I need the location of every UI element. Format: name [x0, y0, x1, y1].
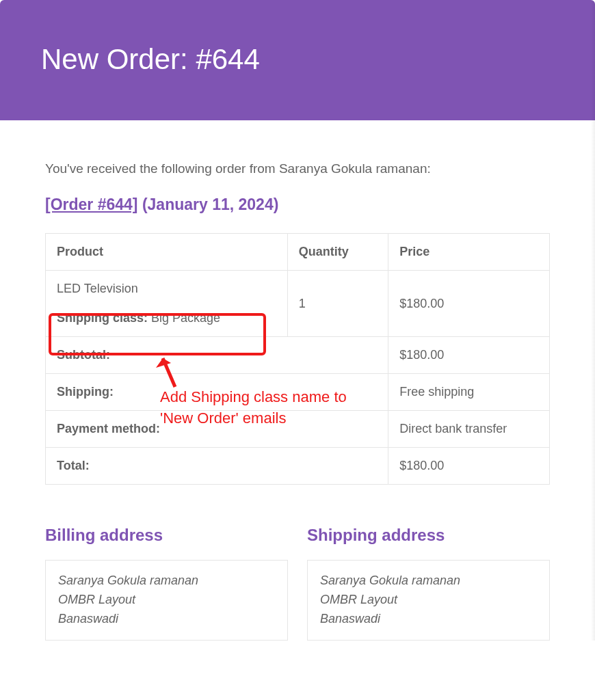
payment-label: Payment method: — [46, 411, 388, 448]
shipping-class-value: Big Package — [151, 311, 220, 325]
order-heading: [Order #644] (January 11, 2024) — [45, 196, 550, 214]
payment-value: Direct bank transfer — [388, 411, 550, 448]
col-price: Price — [388, 234, 550, 271]
shipping-class-row: Shipping class: Big Package — [57, 311, 276, 325]
shipping-line1: Saranya Gokula ramanan — [320, 571, 537, 591]
billing-line1: Saranya Gokula ramanan — [58, 571, 275, 591]
shipping-class-label: Shipping class: — [57, 311, 148, 325]
total-value: $180.00 — [388, 448, 550, 485]
order-link[interactable]: [Order #644] — [45, 196, 138, 213]
shipping-column: Shipping address Saranya Gokula ramanan … — [307, 526, 550, 641]
email-header: New Order: #644 — [0, 0, 595, 120]
table-row: LED Television Shipping class: Big Packa… — [46, 271, 550, 337]
table-header-row: Product Quantity Price — [46, 234, 550, 271]
shipping-row: Shipping: Free shipping — [46, 374, 550, 411]
shipping-label: Shipping: — [46, 374, 388, 411]
email-title: New Order: #644 — [41, 43, 260, 76]
email-body: You've received the following order from… — [0, 120, 595, 641]
shipping-line2: OMBR Layout — [320, 591, 537, 610]
col-quantity: Quantity — [287, 234, 388, 271]
billing-box: Saranya Gokula ramanan OMBR Layout Banas… — [45, 560, 288, 641]
total-row: Total: $180.00 — [46, 448, 550, 485]
total-label: Total: — [46, 448, 388, 485]
scroll-shadow — [591, 0, 595, 641]
billing-column: Billing address Saranya Gokula ramanan O… — [45, 526, 288, 641]
subtotal-label: Subtotal: — [46, 337, 388, 374]
email-card: New Order: #644 You've received the foll… — [0, 0, 595, 641]
shipping-line3: Banaswadi — [320, 610, 537, 629]
shipping-value: Free shipping — [388, 374, 550, 411]
billing-line3: Banaswadi — [58, 610, 275, 629]
subtotal-row: Subtotal: $180.00 — [46, 337, 550, 374]
subtotal-value: $180.00 — [388, 337, 550, 374]
table-wrapper: Product Quantity Price LED Television Sh… — [45, 233, 550, 485]
addresses: Billing address Saranya Gokula ramanan O… — [45, 526, 550, 641]
billing-heading: Billing address — [45, 526, 288, 545]
order-table: Product Quantity Price LED Television Sh… — [45, 233, 550, 485]
product-name: LED Television — [57, 282, 276, 296]
col-product: Product — [46, 234, 288, 271]
intro-text: You've received the following order from… — [45, 161, 550, 176]
price-cell: $180.00 — [388, 271, 550, 337]
billing-line2: OMBR Layout — [58, 591, 275, 610]
shipping-heading: Shipping address — [307, 526, 550, 545]
quantity-cell: 1 — [287, 271, 388, 337]
payment-row: Payment method: Direct bank transfer — [46, 411, 550, 448]
order-date: (January 11, 2024) — [142, 196, 278, 213]
product-cell: LED Television Shipping class: Big Packa… — [46, 271, 288, 337]
shipping-box: Saranya Gokula ramanan OMBR Layout Banas… — [307, 560, 550, 641]
